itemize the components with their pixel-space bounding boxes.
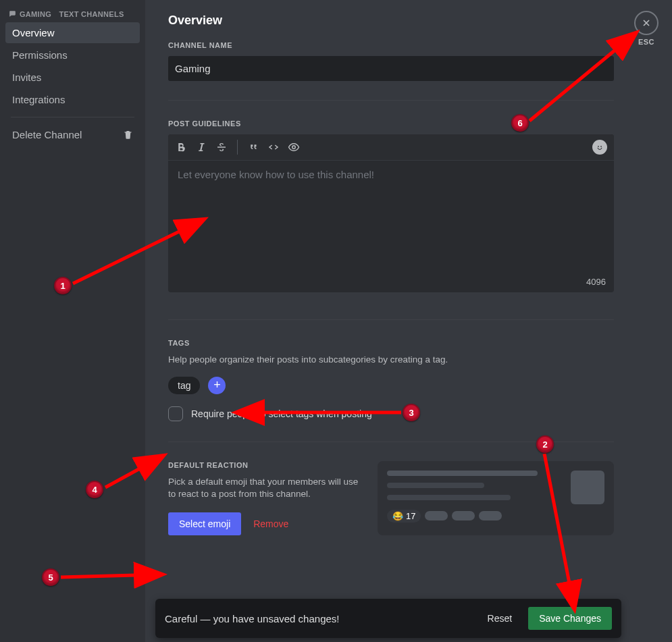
sidebar-item-overview[interactable]: Overview — [5, 22, 140, 43]
editor-toolbar — [168, 134, 614, 161]
add-tag-button[interactable]: + — [208, 377, 226, 394]
require-tags-label: Require people to select tags when posti… — [191, 408, 372, 419]
default-reaction-section: DEFAULT REACTION Pick a default emoji th… — [168, 461, 614, 535]
code-button[interactable] — [267, 141, 280, 153]
remove-emoji-button[interactable]: Remove — [253, 518, 288, 529]
save-changes-button[interactable]: Save Changes — [528, 607, 612, 630]
unsaved-changes-bar: Careful — you have unsaved changes! Rese… — [155, 599, 621, 638]
channel-name-label: CHANNEL NAME — [168, 41, 645, 49]
toolbar-separator — [237, 140, 238, 155]
bold-button[interactable] — [175, 141, 187, 153]
tags-label: TAGS — [168, 339, 645, 347]
close-button[interactable]: ESC — [634, 11, 658, 46]
editor-placeholder: Let everyone know how to use this channe… — [178, 169, 374, 180]
require-tags-checkbox[interactable] — [168, 406, 183, 421]
settings-sidebar: GAMING TEXT CHANNELS Overview Permission… — [0, 0, 145, 642]
post-guidelines-editor: Let everyone know how to use this channe… — [168, 134, 614, 292]
char-counter: 4096 — [586, 277, 606, 287]
reaction-count: 17 — [406, 511, 415, 521]
sidebar-server-label: GAMING — [20, 10, 51, 18]
reaction-count-pill: 😂 17 — [387, 510, 421, 523]
select-emoji-button[interactable]: Select emoji — [168, 512, 241, 535]
separator — [168, 319, 614, 320]
strikethrough-button[interactable] — [215, 141, 228, 153]
channel-name-input[interactable] — [168, 56, 614, 81]
reaction-preview-card: 😂 17 — [378, 461, 614, 535]
separator — [168, 442, 614, 442]
default-reaction-help: Pick a default emoji that your members w… — [168, 476, 364, 500]
svg-point-0 — [292, 146, 296, 149]
delete-channel-label: Delete Channel — [12, 129, 82, 140]
post-guidelines-label: POST GUIDELINES — [168, 119, 645, 128]
italic-button[interactable] — [195, 141, 207, 153]
post-guidelines-textarea[interactable]: Let everyone know how to use this channe… — [168, 161, 614, 292]
sidebar-item-permissions[interactable]: Permissions — [5, 45, 140, 65]
esc-label: ESC — [634, 38, 658, 46]
sidebar-section-label: TEXT CHANNELS — [59, 10, 124, 18]
tags-help: Help people organize their posts into su… — [168, 354, 645, 366]
svg-point-2 — [598, 146, 599, 147]
sidebar-item-invites[interactable]: Invites — [5, 67, 140, 88]
quote-button[interactable] — [247, 141, 259, 153]
skeleton-pill — [479, 511, 502, 520]
page-title: Overview — [168, 14, 645, 28]
sidebar-separator — [11, 117, 134, 117]
svg-point-1 — [596, 143, 604, 152]
svg-point-3 — [600, 146, 602, 147]
trash-icon — [123, 130, 133, 140]
sidebar-header: GAMING TEXT CHANNELS — [5, 9, 140, 22]
unsaved-message: Careful — you have unsaved changes! — [165, 613, 471, 624]
eye-button[interactable] — [288, 141, 300, 153]
default-reaction-label: DEFAULT REACTION — [168, 461, 364, 469]
tag-row: tag + — [168, 377, 645, 394]
joy-emoji-icon: 😂 — [392, 511, 403, 521]
preview-thumbnail — [571, 471, 604, 504]
emoji-picker-button[interactable] — [592, 140, 607, 155]
skeleton-pill — [452, 511, 475, 520]
forum-icon — [8, 9, 17, 18]
tag-chip[interactable]: tag — [168, 377, 200, 394]
reset-button[interactable]: Reset — [481, 608, 519, 629]
require-tags-row: Require people to select tags when posti… — [168, 406, 645, 421]
separator — [168, 100, 614, 101]
delete-channel-button[interactable]: Delete Channel — [5, 124, 140, 145]
close-icon — [634, 11, 658, 35]
main-panel: ESC Overview CHANNEL NAME POST GUIDELINE… — [145, 0, 672, 642]
sidebar-item-integrations[interactable]: Integrations — [5, 89, 140, 110]
skeleton-pill — [425, 511, 448, 520]
